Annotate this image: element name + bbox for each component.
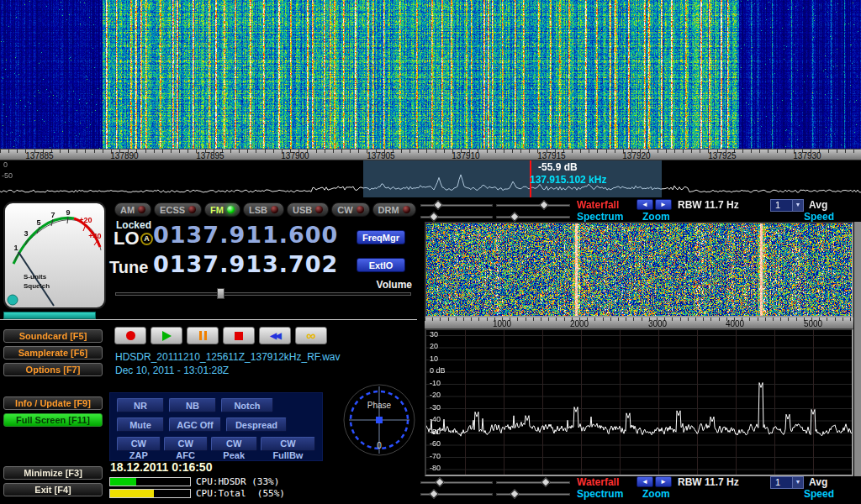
play-button[interactable] [151, 327, 182, 344]
volume-slider-track[interactable] [115, 292, 411, 296]
volume-slider[interactable] [115, 288, 411, 299]
mode-led-icon [227, 206, 235, 213]
band-step-right-button[interactable]: ► [655, 199, 672, 210]
zoomed-waterfall-display[interactable] [425, 222, 853, 318]
agc-button[interactable]: AGC Off [169, 417, 221, 432]
rbw-label: RBW 11.7 Hz [678, 199, 739, 211]
exit-button[interactable]: Exit [F4] [3, 483, 103, 496]
minimize-button[interactable]: Minimize [F3] [3, 466, 103, 480]
despread-button[interactable]: Despread [226, 417, 287, 432]
zoomed-spectrum-display[interactable]: 30 20 10 0 dB -10 -20 -30 -40 -50 -60 -7… [425, 328, 853, 476]
s-meter-tick-label: 1 [13, 244, 18, 252]
freqmgr-button[interactable]: FreqMgr [357, 230, 405, 244]
squelch-level-bar[interactable] [3, 312, 96, 319]
mode-label: AM [120, 205, 135, 215]
nb-button[interactable]: NB [169, 398, 216, 412]
s-meter-tick-label: 3 [24, 229, 28, 238]
mode-button-am[interactable]: AM [114, 202, 151, 217]
lo-frequency-display[interactable]: 0137.911.600 [153, 222, 338, 248]
options-button[interactable]: Options [F7] [3, 363, 103, 376]
s-meter-tick-label: +20 [79, 216, 92, 224]
cw-afc-button[interactable]: CW AFC [164, 437, 208, 451]
tune-frequency-display[interactable]: 0137.913.702 [153, 251, 338, 277]
rewind-icon: ◀◀ [270, 331, 279, 340]
mute-button[interactable]: Mute [117, 417, 164, 432]
band-step-left-button-bottom[interactable]: ◄ [637, 476, 653, 487]
mode-button-ecss[interactable]: ECSS [154, 202, 202, 217]
spectrum-label: Spectrum [577, 211, 623, 223]
avg-select-bottom[interactable]: 1 ▼ [770, 476, 804, 489]
zoomed-spectrum-canvas [426, 330, 852, 475]
recording-timestamp: Dec 10, 2011 - 13:01:28Z [115, 365, 229, 376]
record-button[interactable] [114, 327, 146, 344]
mode-led-icon [315, 206, 323, 213]
freq-scale-label: 137910 [447, 151, 484, 160]
freq-scale-label: 137905 [362, 151, 399, 160]
hz-scale-label: 1000 [485, 319, 519, 328]
spectrum-offset-slider-bottom[interactable] [496, 489, 570, 500]
s-meter-tick-label: 9 [66, 208, 70, 217]
mode-button-lsb[interactable]: LSB [243, 202, 284, 217]
soundcard-button[interactable]: Soundcard [F5] [3, 329, 103, 343]
waterfall-contrast-slider[interactable] [496, 200, 570, 211]
mode-label: CW [337, 205, 352, 215]
dropdown-arrow-icon: ▼ [792, 200, 803, 211]
phase-marker-icon [376, 417, 383, 423]
mode-button-drm[interactable]: DRM [372, 202, 416, 217]
right-arrow-icon: ► [660, 201, 667, 208]
cpu-hdsdr-bar [109, 477, 191, 486]
waterfall-brightness-slider-bottom[interactable] [420, 477, 493, 488]
cw-peak-button[interactable]: CW Peak [211, 437, 257, 451]
stop-button[interactable] [223, 327, 255, 344]
fullscreen-button[interactable]: Full Screen [F11] [3, 413, 103, 427]
zoom-label-bottom: Zoom [642, 488, 670, 500]
spectrum-range-slider-bottom[interactable] [420, 489, 493, 500]
mode-button-fm[interactable]: FM [204, 202, 240, 217]
mode-led-icon [357, 206, 364, 213]
right-arrow-icon: ► [660, 478, 667, 486]
mode-button-usb[interactable]: USB [287, 202, 329, 217]
zoomed-waterfall-canvas [426, 223, 852, 316]
notch-button[interactable]: Notch [221, 398, 273, 412]
squelch-knob-icon[interactable] [8, 295, 18, 305]
playback-datetime: 18.12.2011 0:16:50 [110, 460, 212, 474]
main-waterfall-display[interactable] [0, 0, 861, 149]
cpu-total-bar [109, 489, 191, 498]
s-meter-tick-label: 5 [36, 218, 40, 227]
avg-select-value: 1 [771, 477, 792, 488]
cpu-total-text: CPU:Total (55%) [196, 488, 285, 499]
samplerate-button[interactable]: Samplerate [F6] [3, 346, 103, 360]
waterfall-brightness-slider[interactable] [420, 200, 493, 211]
cw-fullbw-button[interactable]: CW FullBw [261, 437, 315, 451]
phase-dial: Phase 0 [341, 380, 417, 460]
band-step-right-button-bottom[interactable]: ► [655, 476, 672, 487]
pause-button[interactable] [187, 327, 219, 344]
nr-button[interactable]: NR [117, 398, 164, 412]
waterfall-contrast-slider-bottom[interactable] [496, 477, 570, 488]
phase-value: 0 [377, 441, 382, 450]
loop-icon: ∞ [306, 331, 315, 341]
squelch-label: Squelch [24, 282, 50, 290]
cw-zap-button[interactable]: CW ZAP [117, 437, 161, 451]
frequency-scale[interactable]: 137885 137890 137895 137900 137905 13791… [0, 149, 861, 160]
rewind-button[interactable]: ◀◀ [259, 327, 291, 344]
loop-button[interactable]: ∞ [295, 327, 327, 344]
db-scale-label: 0 dB [430, 366, 446, 375]
info-update-button[interactable]: Info / Update [F9] [3, 396, 103, 410]
extio-button[interactable]: ExtIO [357, 258, 405, 272]
hz-scale[interactable]: 1000 2000 3000 4000 5000 [425, 318, 853, 328]
mode-button-cw[interactable]: CW [331, 202, 369, 217]
freq-scale-label: 137920 [618, 151, 655, 160]
spectrum-label-bottom: Spectrum [577, 488, 623, 500]
band-step-left-button[interactable]: ◄ [637, 199, 653, 210]
play-icon [162, 331, 172, 341]
main-spectrum-display[interactable]: 0 -50 -55.9 dB 137.915.102 kHz [0, 160, 861, 197]
volume-slider-thumb[interactable] [217, 288, 224, 299]
a-badge-icon[interactable]: A [140, 233, 153, 245]
mode-led-icon [188, 206, 196, 213]
avg-select[interactable]: 1 ▼ [770, 199, 804, 212]
mode-label: ECSS [160, 205, 185, 215]
zoom-region-highlight[interactable] [363, 160, 662, 197]
stop-icon [235, 332, 243, 340]
rbw-label-bottom: RBW 11.7 Hz [678, 476, 739, 488]
